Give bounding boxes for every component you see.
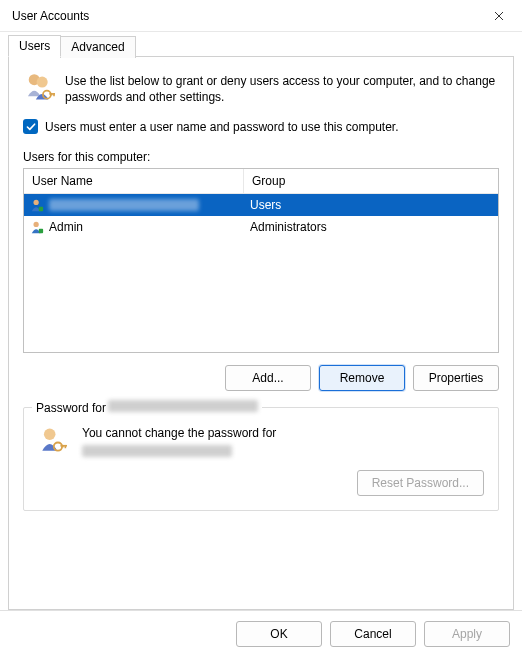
users-list-caption: Users for this computer: xyxy=(23,150,499,164)
password-text-prefix: You cannot change the password for xyxy=(82,426,276,440)
column-header-username[interactable]: User Name xyxy=(24,169,244,193)
redacted-text xyxy=(49,199,199,211)
titlebar: User Accounts xyxy=(0,0,522,32)
window-title: User Accounts xyxy=(12,9,476,23)
remove-button[interactable]: Remove xyxy=(319,365,405,391)
dialog-footer: OK Cancel Apply xyxy=(0,610,522,659)
svg-rect-9 xyxy=(39,229,43,233)
ok-button[interactable]: OK xyxy=(236,621,322,647)
tab-advanced[interactable]: Advanced xyxy=(60,36,135,58)
svg-rect-5 xyxy=(51,93,53,95)
cancel-button[interactable]: Cancel xyxy=(330,621,416,647)
user-key-icon xyxy=(38,426,68,457)
password-body: You cannot change the password for xyxy=(38,426,484,457)
apply-button: Apply xyxy=(424,621,510,647)
username-text: Admin xyxy=(49,220,83,234)
list-header: User Name Group xyxy=(24,169,498,194)
close-button[interactable] xyxy=(476,0,522,32)
cell-group: Administrators xyxy=(244,216,498,238)
svg-point-10 xyxy=(44,429,56,441)
require-password-label: Users must enter a user name and passwor… xyxy=(45,120,399,134)
client-area: Users Advanced Use the xyxy=(0,32,522,610)
tab-panel-users: Use the list below to grant or deny user… xyxy=(8,56,514,610)
require-password-checkbox[interactable] xyxy=(23,119,38,134)
password-text: You cannot change the password for xyxy=(82,426,484,457)
svg-point-6 xyxy=(34,200,39,205)
password-group-legend: Password for xyxy=(32,400,262,415)
svg-point-1 xyxy=(37,77,48,88)
svg-point-8 xyxy=(34,222,39,227)
user-icon xyxy=(30,220,44,234)
users-key-icon xyxy=(23,71,55,105)
properties-button[interactable]: Properties xyxy=(413,365,499,391)
user-icon xyxy=(30,198,44,212)
close-icon xyxy=(494,11,504,21)
cell-username: Admin xyxy=(24,216,244,238)
column-header-group[interactable]: Group xyxy=(244,169,498,193)
table-row[interactable]: Admin Administrators xyxy=(24,216,498,238)
user-accounts-window: User Accounts Users Advanced xyxy=(0,0,522,659)
cell-group: Users xyxy=(244,194,498,216)
svg-rect-7 xyxy=(39,207,43,211)
legend-prefix: Password for xyxy=(36,401,106,415)
add-button[interactable]: Add... xyxy=(225,365,311,391)
require-password-row: Users must enter a user name and passwor… xyxy=(23,119,499,134)
redacted-text xyxy=(82,445,232,457)
svg-rect-14 xyxy=(62,445,64,447)
list-body: Users Admin Administrators xyxy=(24,194,498,352)
svg-rect-13 xyxy=(65,445,67,448)
reset-password-button: Reset Password... xyxy=(357,470,484,496)
tab-users[interactable]: Users xyxy=(8,35,61,57)
intro-block: Use the list below to grant or deny user… xyxy=(23,71,499,105)
redacted-text xyxy=(108,400,258,412)
users-listview[interactable]: User Name Group Users xyxy=(23,168,499,353)
svg-rect-4 xyxy=(53,93,55,96)
intro-text: Use the list below to grant or deny user… xyxy=(65,71,499,105)
table-row[interactable]: Users xyxy=(24,194,498,216)
cell-username xyxy=(24,194,244,216)
list-button-row: Add... Remove Properties xyxy=(23,365,499,391)
tab-strip: Users Advanced xyxy=(8,35,514,57)
password-groupbox: Password for xyxy=(23,407,499,510)
password-button-row: Reset Password... xyxy=(38,470,484,496)
checkmark-icon xyxy=(26,123,36,131)
